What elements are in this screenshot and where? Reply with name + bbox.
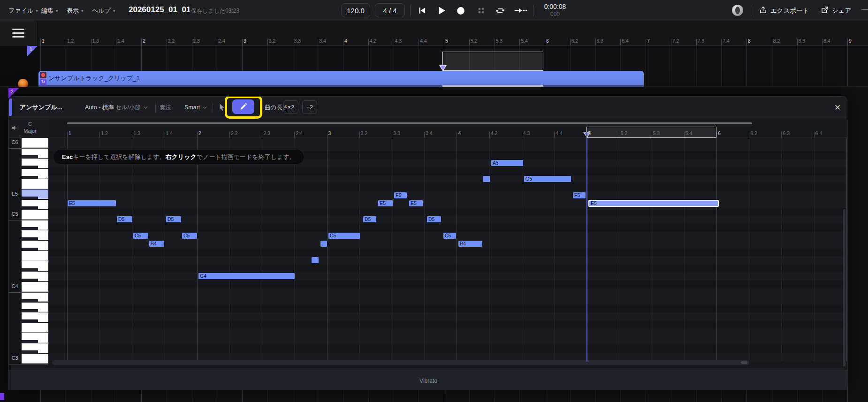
- pads-grid-icon[interactable]: [477, 6, 486, 15]
- ruler-tick: [192, 39, 192, 46]
- note[interactable]: D5: [116, 216, 133, 223]
- note[interactable]: [320, 240, 327, 247]
- piano-key-F3[interactable]: [22, 323, 48, 333]
- autoplay-follow-icon[interactable]: [514, 7, 527, 14]
- ruler-label: 8.3: [799, 38, 806, 44]
- piano-key-F5[interactable]: [22, 179, 48, 189]
- octave-line: [9, 292, 48, 293]
- grid-line: [716, 138, 717, 362]
- grid-row: [48, 296, 847, 304]
- horizontal-scrollbar[interactable]: [52, 360, 749, 365]
- note[interactable]: D5: [426, 216, 442, 223]
- ruler-tick: [586, 132, 587, 137]
- menu-file[interactable]: ファイル▾: [8, 0, 38, 21]
- note[interactable]: F5: [394, 192, 407, 199]
- length-multiply-button[interactable]: ×2: [283, 100, 298, 114]
- cell-measure-dropdown[interactable]: セル/小節: [115, 97, 146, 118]
- auto-quantize-label[interactable]: Auto - 標準: [85, 97, 114, 118]
- vertical-scrollbar[interactable]: [843, 209, 845, 366]
- note[interactable]: [483, 175, 490, 182]
- ruler-tick: [267, 39, 268, 46]
- ruler-label: 3.3: [294, 38, 301, 44]
- note[interactable]: C5: [182, 232, 198, 239]
- piano-roll-ruler[interactable]: 11.21.31.422.22.32.433.23.33.444.24.34.4…: [48, 118, 847, 138]
- menu-help[interactable]: ヘルプ▾: [92, 0, 115, 21]
- ruler-label: 1.2: [67, 38, 74, 44]
- ruler-tick: [242, 39, 243, 46]
- note[interactable]: E5: [409, 200, 423, 207]
- editor-track-name[interactable]: アンサンブル...: [20, 97, 62, 118]
- ruler-label: 5.4: [521, 38, 528, 44]
- playhead-line: [586, 138, 587, 362]
- note[interactable]: [311, 257, 319, 264]
- note[interactable]: D5: [363, 216, 377, 223]
- piano-key-C5[interactable]: [22, 210, 48, 220]
- hamburger-menu-icon[interactable]: [12, 29, 24, 38]
- note[interactable]: C5: [328, 232, 360, 239]
- scale-header[interactable]: C Major: [9, 118, 48, 138]
- length-divide-button[interactable]: ÷2: [302, 100, 317, 114]
- grid-line: [165, 138, 165, 362]
- grid-line: [392, 138, 392, 362]
- note[interactable]: D5: [166, 216, 182, 223]
- grid-line: [294, 138, 295, 362]
- ruler-label: 4: [344, 38, 347, 44]
- clip-title-bar[interactable]: ↻ ンサンブルトラック_クリップ_1: [38, 71, 644, 85]
- note-selected[interactable]: E5: [588, 200, 719, 207]
- ruler-label: 7.3: [698, 38, 705, 44]
- ruler-label: 4.2: [370, 38, 377, 44]
- close-editor-button[interactable]: ✕: [831, 101, 844, 114]
- note[interactable]: A5: [491, 159, 524, 167]
- avatar[interactable]: [732, 5, 743, 16]
- ruler-label: 5: [445, 38, 448, 44]
- piano-key-F4[interactable]: [22, 251, 48, 261]
- articulation-dropdown[interactable]: Smart: [184, 97, 206, 118]
- note[interactable]: B4: [458, 240, 483, 247]
- note[interactable]: C5: [443, 232, 457, 239]
- note[interactable]: F5: [572, 192, 586, 199]
- ruler-tick: [91, 39, 91, 46]
- ruler-tick: [394, 39, 394, 46]
- arrange-selection-region[interactable]: [442, 52, 543, 71]
- project-title[interactable]: 20260125_01_01: [129, 5, 190, 16]
- ruler-mini-scrollbar[interactable]: [67, 122, 752, 124]
- note[interactable]: G5: [524, 175, 571, 182]
- menu-edit[interactable]: 編集▾: [41, 0, 58, 21]
- share-button[interactable]: シェア: [821, 0, 851, 21]
- note[interactable]: G4: [198, 273, 295, 280]
- note[interactable]: E5: [378, 200, 393, 207]
- piano-keyboard[interactable]: [22, 138, 48, 364]
- pitch-label-C3: C3: [9, 355, 21, 361]
- loop-button[interactable]: [495, 6, 505, 15]
- piano-key-C4[interactable]: [22, 282, 48, 292]
- ruler-tick: [696, 39, 697, 46]
- note[interactable]: B4: [149, 240, 165, 247]
- note-grid[interactable]: E5D5C5B4D5C5G4C5D5E5F5E5D5C5B4A5G5F5E5: [48, 138, 847, 362]
- menu-view[interactable]: 表示▾: [67, 0, 84, 21]
- speaker-icon[interactable]: [11, 124, 18, 133]
- piano-key-C6[interactable]: [22, 138, 48, 148]
- ruler-label: 5.2: [471, 38, 478, 44]
- export-icon: [759, 6, 767, 15]
- tempo-display[interactable]: 120.0: [341, 3, 370, 17]
- divider: [155, 103, 156, 112]
- ruler-tick: [217, 39, 217, 46]
- ruler-label: 1.2: [101, 130, 108, 136]
- track1-number: 1: [30, 47, 32, 52]
- time-signature-display[interactable]: 4 / 4: [375, 3, 405, 17]
- vibrato-strip[interactable]: Vibrato: [9, 371, 847, 390]
- grid-row: [48, 272, 847, 280]
- note[interactable]: C5: [133, 232, 149, 239]
- record-button[interactable]: [456, 6, 465, 15]
- grid-row: [48, 200, 847, 208]
- arrange-playhead-marker[interactable]: [439, 65, 447, 73]
- play-button[interactable]: [436, 6, 447, 15]
- grid-row: [48, 191, 847, 199]
- arrange-ruler[interactable]: 11.21.31.422.22.32.433.23.33.444.24.34.4…: [38, 21, 868, 46]
- piano-key-C3[interactable]: [22, 354, 48, 364]
- ruler-tick: [814, 132, 815, 137]
- export-button[interactable]: エクスポート: [759, 0, 809, 21]
- note[interactable]: E5: [67, 200, 116, 207]
- skip-to-start-button[interactable]: [417, 6, 426, 15]
- grid-line: [262, 138, 262, 362]
